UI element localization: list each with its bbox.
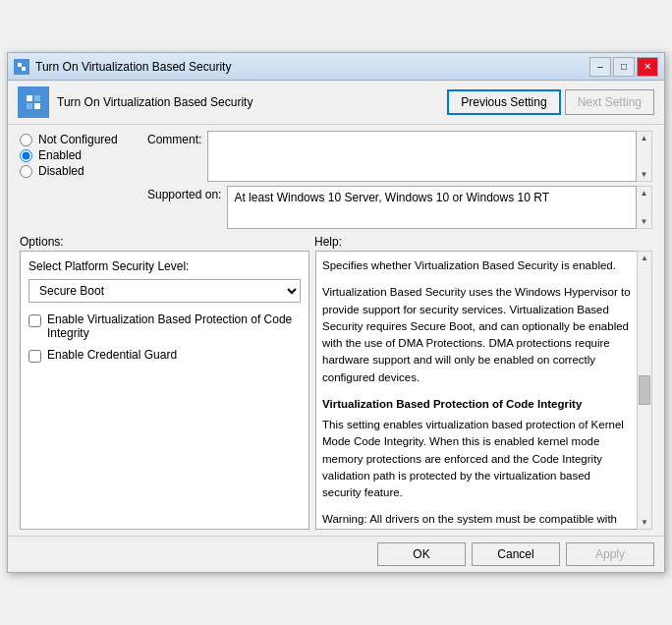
svg-rect-7 xyxy=(34,95,40,101)
options-label-cell: Options: xyxy=(20,235,314,249)
comment-supported: Comment: ▲ ▼ Supported on: At least Wind… xyxy=(147,131,652,229)
help-scroll-down: ▼ xyxy=(641,518,648,527)
next-setting-button[interactable]: Next Setting xyxy=(565,89,654,115)
minimize-button[interactable]: – xyxy=(589,57,611,77)
vbs-ci-checkbox[interactable] xyxy=(28,314,41,327)
enabled-option[interactable]: Enabled xyxy=(20,148,147,162)
help-scrollbar: ▲ ▼ xyxy=(637,251,652,530)
comment-textarea[interactable] xyxy=(207,131,637,182)
maximize-button[interactable]: □ xyxy=(613,57,635,77)
window-icon xyxy=(14,59,29,75)
vbs-ci-label: Enable Virtualization Based Protection o… xyxy=(47,312,301,340)
title-bar: Turn On Virtualization Based Security – … xyxy=(8,53,664,81)
cred-guard-label: Enable Credential Guard xyxy=(47,348,177,362)
svg-rect-2 xyxy=(22,67,26,71)
section-labels: Options: Help: xyxy=(8,229,664,251)
supported-field-wrap: At least Windows 10 Server, Windows 10 o… xyxy=(227,186,652,229)
comment-field-wrap: ▲ ▼ xyxy=(207,131,652,182)
close-button[interactable]: ✕ xyxy=(637,57,658,77)
not-configured-label: Not Configured xyxy=(38,133,118,146)
help-para-5: Warning: All drivers on the system must … xyxy=(322,511,631,530)
supported-scrollbar: ▲ ▼ xyxy=(637,186,652,229)
apply-button[interactable]: Apply xyxy=(566,542,654,566)
header-title: Turn On Virtualization Based Security xyxy=(57,95,252,109)
comment-label: Comment: xyxy=(147,131,201,146)
help-panel-wrap: Specifies whether Virtualization Based S… xyxy=(315,251,652,530)
help-panel: Specifies whether Virtualization Based S… xyxy=(315,251,637,530)
cred-guard-checkbox[interactable] xyxy=(28,350,41,363)
platform-label: Select Platform Security Level: xyxy=(28,259,301,273)
comment-scroll-down: ▼ xyxy=(641,170,648,179)
svg-rect-6 xyxy=(27,103,32,109)
cancel-button[interactable]: Cancel xyxy=(472,542,560,566)
svg-rect-1 xyxy=(18,63,22,67)
help-para-4: This setting enables virtualization base… xyxy=(322,417,631,501)
panels-row: Select Platform Security Level: Secure B… xyxy=(8,251,664,536)
enabled-radio[interactable] xyxy=(20,149,32,162)
ok-button[interactable]: OK xyxy=(377,542,466,566)
disabled-radio[interactable] xyxy=(20,165,32,178)
supported-scroll-down: ▼ xyxy=(641,217,648,226)
header-bar: Turn On Virtualization Based Security Pr… xyxy=(8,81,664,125)
disabled-label: Disabled xyxy=(38,164,84,178)
not-configured-radio[interactable] xyxy=(20,134,32,146)
platform-select[interactable]: Secure Boot Secure Boot and DMA Protecti… xyxy=(28,279,301,303)
help-para-2: Virtualization Based Security uses the W… xyxy=(322,284,631,386)
enabled-label: Enabled xyxy=(38,148,82,162)
main-window: Turn On Virtualization Based Security – … xyxy=(7,52,665,573)
cred-guard-option[interactable]: Enable Credential Guard xyxy=(28,348,301,363)
header-left: Turn On Virtualization Based Security xyxy=(18,86,252,118)
supported-label: Supported on: xyxy=(147,186,221,201)
window-controls: – □ ✕ xyxy=(589,57,658,77)
options-panel: Select Platform Security Level: Secure B… xyxy=(20,251,309,530)
header-buttons: Previous Setting Next Setting xyxy=(447,89,654,115)
svg-rect-5 xyxy=(34,103,40,109)
vbs-ci-option[interactable]: Enable Virtualization Based Protection o… xyxy=(28,312,301,340)
footer: OK Cancel Apply xyxy=(8,536,664,572)
help-scroll-up: ▲ xyxy=(641,254,648,262)
not-configured-option[interactable]: Not Configured xyxy=(20,133,147,146)
supported-scroll-up: ▲ xyxy=(641,189,648,198)
help-para-3: Virtualization Based Protection of Code … xyxy=(322,396,631,413)
comment-scroll-up: ▲ xyxy=(641,134,648,142)
supported-row: Supported on: At least Windows 10 Server… xyxy=(147,186,652,229)
supported-value: At least Windows 10 Server, Windows 10 o… xyxy=(227,186,637,229)
config-section: Not Configured Enabled Disabled Comment:… xyxy=(8,125,664,229)
comment-row: Comment: ▲ ▼ xyxy=(147,131,652,182)
radio-group: Not Configured Enabled Disabled xyxy=(20,131,147,229)
help-scroll-thumb xyxy=(639,375,650,405)
disabled-option[interactable]: Disabled xyxy=(20,164,147,178)
help-para-1: Specifies whether Virtualization Based S… xyxy=(322,257,631,274)
options-title: Options: xyxy=(20,235,64,249)
previous-setting-button[interactable]: Previous Setting xyxy=(447,89,560,115)
window-title: Turn On Virtualization Based Security xyxy=(35,60,231,74)
svg-rect-4 xyxy=(27,95,32,101)
comment-scrollbar: ▲ ▼ xyxy=(637,131,652,182)
header-icon xyxy=(18,86,49,118)
help-label-cell: Help: xyxy=(314,235,652,249)
help-title: Help: xyxy=(314,235,342,249)
title-bar-left: Turn On Virtualization Based Security xyxy=(14,59,231,75)
